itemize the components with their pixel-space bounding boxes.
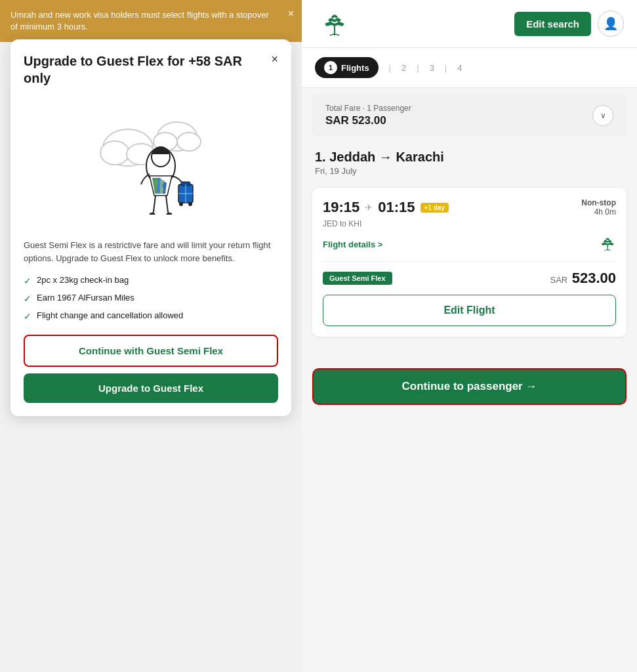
check-icon: ✓ bbox=[24, 311, 31, 322]
chevron-down-icon: ∨ bbox=[600, 111, 606, 120]
next-day-badge: +1 day bbox=[421, 203, 449, 213]
step-3[interactable]: 3 bbox=[430, 63, 434, 73]
edit-search-button[interactable]: Edit search bbox=[514, 12, 591, 36]
steps-row: 1 Flights | 2 | 3 | 4 bbox=[302, 48, 637, 88]
modal-illustration bbox=[24, 97, 278, 228]
step-1-label: Flights bbox=[341, 63, 369, 73]
step-divider: | bbox=[445, 63, 447, 73]
svg-point-12 bbox=[179, 202, 183, 206]
feature-text: Flight change and cancellation allowed bbox=[37, 310, 183, 320]
step-divider: | bbox=[389, 63, 391, 73]
flight-airline-logo bbox=[595, 235, 616, 253]
step-4[interactable]: 4 bbox=[457, 63, 462, 73]
feature-text: 2pc x 23kg check-in bag bbox=[37, 275, 129, 285]
route-code: JED to KHI bbox=[323, 219, 616, 228]
plane-icon: ✈ bbox=[365, 202, 373, 213]
upgrade-guest-flex-button[interactable]: Upgrade to Guest Flex bbox=[24, 373, 278, 403]
svg-point-5 bbox=[177, 133, 201, 151]
logo-area bbox=[315, 10, 348, 37]
flight-times: 19:15 ✈ 01:15 +1 day bbox=[323, 199, 449, 216]
svg-point-13 bbox=[188, 202, 192, 206]
person-icon: 👤 bbox=[604, 16, 618, 31]
route-date: Fri, 19 July bbox=[315, 166, 624, 176]
feature-text: Earn 1967 AlFursan Miles bbox=[37, 293, 134, 303]
continue-semi-flex-button[interactable]: Continue with Guest Semi Flex bbox=[24, 335, 278, 367]
saudia-logo bbox=[315, 10, 348, 37]
feature-item: ✓ 2pc x 23kg check-in bag bbox=[24, 275, 278, 286]
modal-close-button[interactable]: × bbox=[266, 52, 278, 66]
step-2[interactable]: 2 bbox=[401, 63, 406, 73]
flight-times-row: 19:15 ✈ 01:15 +1 day Non-stop 4h 0m bbox=[323, 198, 616, 217]
depart-time: 19:15 bbox=[323, 199, 360, 216]
step-1-pill[interactable]: 1 Flights bbox=[315, 57, 379, 78]
details-logo-row: Flight details > bbox=[323, 235, 616, 253]
account-button[interactable]: 👤 bbox=[598, 10, 624, 37]
feature-item: ✓ Flight change and cancellation allowed bbox=[24, 310, 278, 322]
route-arrow: → bbox=[379, 150, 392, 164]
continue-passenger-button[interactable]: Continue to passenger → bbox=[312, 368, 627, 405]
edit-flight-button[interactable]: Edit Flight bbox=[323, 295, 616, 326]
notification-text: Umrah and new work visa holders must sel… bbox=[10, 10, 269, 32]
route-destination: Karachi bbox=[396, 150, 443, 164]
duration: 4h 0m bbox=[581, 207, 616, 217]
left-panel: Umrah and new work visa holders must sel… bbox=[0, 0, 302, 672]
continue-wrapper: Continue to passenger → bbox=[302, 358, 637, 415]
modal-description: Guest Semi Flex is a restrictive fare an… bbox=[24, 239, 278, 264]
flight-card: 19:15 ✈ 01:15 +1 day Non-stop 4h 0m JED … bbox=[312, 188, 627, 337]
feature-item: ✓ Earn 1967 AlFursan Miles bbox=[24, 293, 278, 304]
fare-type-badge: Guest Semi Flex bbox=[323, 272, 392, 285]
route-number: 1. bbox=[315, 150, 326, 164]
check-icon: ✓ bbox=[24, 293, 31, 304]
svg-point-1 bbox=[100, 141, 129, 165]
flight-details-link[interactable]: Flight details > bbox=[323, 240, 382, 249]
price-value: 523.00 bbox=[572, 270, 616, 286]
features-list: ✓ 2pc x 23kg check-in bag ✓ Earn 1967 Al… bbox=[24, 275, 278, 322]
fare-amount: SAR 523.00 bbox=[325, 114, 411, 127]
right-header: Edit search 👤 bbox=[302, 0, 637, 48]
flight-price: SAR 523.00 bbox=[550, 270, 616, 287]
fare-expand-button[interactable]: ∨ bbox=[592, 105, 613, 126]
upgrade-modal: Upgrade to Guest Flex for +58 SAR only × bbox=[10, 39, 291, 416]
step-divider: | bbox=[417, 63, 419, 73]
arrive-time: 01:15 bbox=[378, 199, 415, 216]
fare-label: Total Fare · 1 Passenger bbox=[325, 104, 411, 113]
check-icon: ✓ bbox=[24, 276, 31, 286]
flight-bottom-row: Guest Semi Flex SAR 523.00 bbox=[323, 261, 616, 287]
right-panel: Edit search 👤 1 Flights | 2 | 3 | 4 Tota… bbox=[302, 0, 637, 672]
header-actions: Edit search 👤 bbox=[514, 10, 624, 37]
modal-header: Upgrade to Guest Flex for +58 SAR only × bbox=[24, 52, 278, 87]
stop-type: Non-stop bbox=[581, 198, 616, 207]
total-fare-section: Total Fare · 1 Passenger SAR 523.00 ∨ bbox=[312, 94, 627, 136]
flight-route-section: 1. Jeddah → Karachi Fri, 19 July bbox=[302, 143, 637, 188]
notification-close-button[interactable]: × bbox=[288, 8, 294, 20]
flight-meta: Non-stop 4h 0m bbox=[581, 198, 616, 217]
fare-info: Total Fare · 1 Passenger SAR 523.00 bbox=[325, 104, 411, 127]
modal-title: Upgrade to Guest Flex for +58 SAR only bbox=[24, 52, 266, 87]
price-currency: SAR bbox=[550, 275, 568, 285]
route-title: 1. Jeddah → Karachi bbox=[315, 150, 624, 165]
step-1-number: 1 bbox=[324, 61, 337, 74]
route-origin: Jeddah bbox=[329, 150, 375, 164]
notification-banner: Umrah and new work visa holders must sel… bbox=[0, 0, 302, 42]
